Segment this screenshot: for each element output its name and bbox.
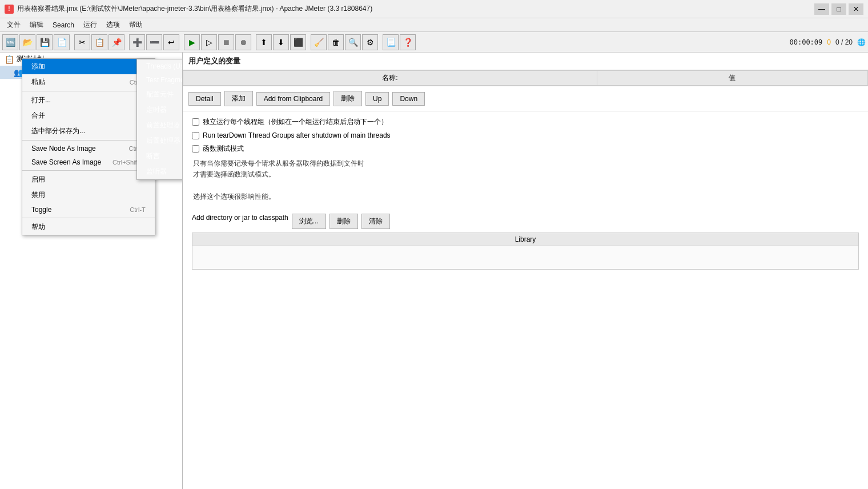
ctx-disable-label: 禁用 [31,190,45,200]
checkbox-run-teardown: Run tearDown Thread Groups after shutdow… [192,131,859,139]
tb-collapse[interactable]: ➖ [146,34,162,50]
sub-preproc-label: 前置处理器 [146,121,180,130]
sub-test-fragment[interactable]: Test Fragment ▶ [137,73,183,87]
ctx-save-node-image[interactable]: Save Node As Image Ctrl-G [22,142,155,155]
sub-timer[interactable]: 定时器 ▶ [137,102,183,118]
classpath-controls: Add directory or jar to classpath 浏览... … [192,214,859,229]
ctx-add[interactable]: 添加 ▶ Threads (Users) ▶ setUp Thread Grou… [22,59,155,74]
tb-copy[interactable]: 📋 [91,34,107,50]
submenu-threads: Threads (Users) ▶ setUp Thread Group tea… [136,59,183,180]
panel-header: 用户定义的变量 [183,53,868,70]
tb-open[interactable]: 📂 [19,34,35,50]
menu-search[interactable]: Search [48,20,79,30]
toolbar: 🆕 📂 💾 📄 ✂ 📋 📌 ➕ ➖ ↩ ▶ ▷ ⏹ ⏺ ⬆ ⬇ ⬛ 🧹 🗑 🔍 … [0,32,868,53]
classpath-area: Add directory or jar to classpath 浏览... … [183,208,868,275]
sub-threads-users[interactable]: Threads (Users) ▶ setUp Thread Group tea… [137,59,183,73]
menu-file[interactable]: 文件 [2,19,25,31]
ctx-paste[interactable]: 粘贴 Ctrl-V [22,74,155,90]
close-button[interactable]: ✕ [849,3,863,15]
window-title: 用表格察看结果.jmx (E:\测试软件\JMeter\apache-jmete… [17,4,814,14]
classpath-table: Library [192,233,859,270]
app-icon: ! [5,5,14,14]
tb-remote-start[interactable]: ⬆ [256,34,272,50]
tb-paste[interactable]: 📌 [108,34,124,50]
main-area: 📋 测试计划 👥 工作... 添加 ▶ Threads (Users) ▶ [0,53,868,489]
col-value: 值 [597,71,867,86]
title-bar: ! 用表格察看结果.jmx (E:\测试软件\JMeter\apache-jme… [0,0,868,18]
ctx-sep-4 [22,218,155,218]
tb-remote-stop[interactable]: ⬇ [273,34,289,50]
sub-pre-processor[interactable]: 前置处理器 ▶ [137,118,183,133]
ctx-save-selected[interactable]: 选中部分保存为... [22,123,155,139]
sub-assertion[interactable]: 断言 ▶ [137,149,183,164]
minimize-button[interactable]: — [814,3,829,15]
tb-expand[interactable]: ➕ [129,34,145,50]
cb-teardown[interactable] [192,132,199,139]
classpath-delete-button[interactable]: 删除 [329,214,358,229]
tb-cut[interactable]: ✂ [74,34,90,50]
tb-start-no-pause[interactable]: ▷ [201,34,217,50]
tb-settings[interactable]: ⚙ [362,34,378,50]
menu-edit[interactable]: 编辑 [25,19,48,31]
add-clipboard-button[interactable]: Add from Clipboard [256,92,330,106]
tb-clear[interactable]: 🧹 [311,34,327,50]
up-button[interactable]: Up [365,92,389,106]
tb-browse[interactable]: 🔍 [345,34,361,50]
down-button[interactable]: Down [392,92,425,106]
ctx-merge-label: 合并 [31,111,45,121]
tb-stop[interactable]: ⏹ [218,34,234,50]
sub-listener-label: 监听器 [146,167,167,177]
sub-post-processor[interactable]: 后置处理器 ▶ [137,133,183,149]
add-button[interactable]: 添加 [224,91,253,106]
cb-independent[interactable] [192,118,199,126]
ctx-merge[interactable]: 合并 [22,108,155,123]
ctx-disable[interactable]: 禁用 [22,187,155,203]
tb-save[interactable]: 💾 [37,34,53,50]
window-controls: — □ ✕ [814,3,863,15]
menu-bar: 文件 编辑 Search 运行 选项 帮助 [0,18,868,32]
ctx-open[interactable]: 打开... [22,93,155,108]
tb-list[interactable]: 📃 [383,34,399,50]
sub-testfrag-label: Test Fragment [146,76,183,84]
cb-teardown-label: Run tearDown Thread Groups after shutdow… [203,131,391,139]
variables-table: 名称: 值 [183,70,868,86]
sub-listener[interactable]: 监听器 ▶ [137,164,183,179]
menu-help[interactable]: 帮助 [124,19,147,31]
menu-run[interactable]: 运行 [79,19,102,31]
sub-postproc-label: 后置处理器 [146,136,180,146]
tree-plan-icon: 📋 [5,55,14,64]
ctx-enable-label: 启用 [31,175,45,185]
maximize-button[interactable]: □ [831,3,846,15]
ctx-sep-2 [22,140,155,141]
tb-clear-all[interactable]: 🗑 [328,34,344,50]
sub-config[interactable]: 配置元件 ▶ [137,87,183,102]
ctx-sep-3 [22,170,155,171]
delete-button[interactable]: 删除 [333,91,362,106]
checkbox-functional-mode: 函数测试模式 [192,144,859,154]
tb-remote-stop-now[interactable]: ⬛ [290,34,306,50]
ctx-savesi-label: Save Screen As Image [31,158,101,166]
ctx-save-screen-image[interactable]: Save Screen As Image Ctrl+Shift-G [22,155,155,169]
cb-functional[interactable] [192,145,199,153]
col-name: 名称: [183,71,597,86]
ctx-help[interactable]: 帮助 [22,219,155,235]
options-area: 独立运行每个线程组（例如在一个组运行结束后启动下一个） Run tearDown… [183,111,868,208]
tb-save-as[interactable]: 📄 [54,34,70,50]
detail-button[interactable]: Detail [188,92,221,106]
hint-line-1: 只有当你需要记录每个请求从服务器取得的数据到文件时 [193,159,364,167]
tb-reset[interactable]: ↩ [163,34,179,50]
remote-icon: 🌐 [857,38,866,46]
ctx-enable[interactable]: 启用 [22,172,155,187]
tb-help[interactable]: ❓ [400,34,416,50]
hint-text: 只有当你需要记录每个请求从服务器取得的数据到文件时 才需要选择函数测试模式。 选… [193,158,859,202]
menu-options[interactable]: 选项 [102,19,124,31]
cb-independent-label: 独立运行每个线程组（例如在一个组运行结束后启动下一个） [203,117,388,127]
classpath-clear-button[interactable]: 清除 [361,214,390,229]
browse-button[interactable]: 浏览... [292,214,326,229]
tb-stop-now[interactable]: ⏺ [235,34,251,50]
classpath-table-header: Library [192,233,858,246]
hint-line-2: 才需要选择函数测试模式。 [193,170,275,178]
tb-new[interactable]: 🆕 [2,34,18,50]
ctx-toggle[interactable]: Toggle Ctrl-T [22,203,155,217]
tb-start[interactable]: ▶ [184,34,200,50]
